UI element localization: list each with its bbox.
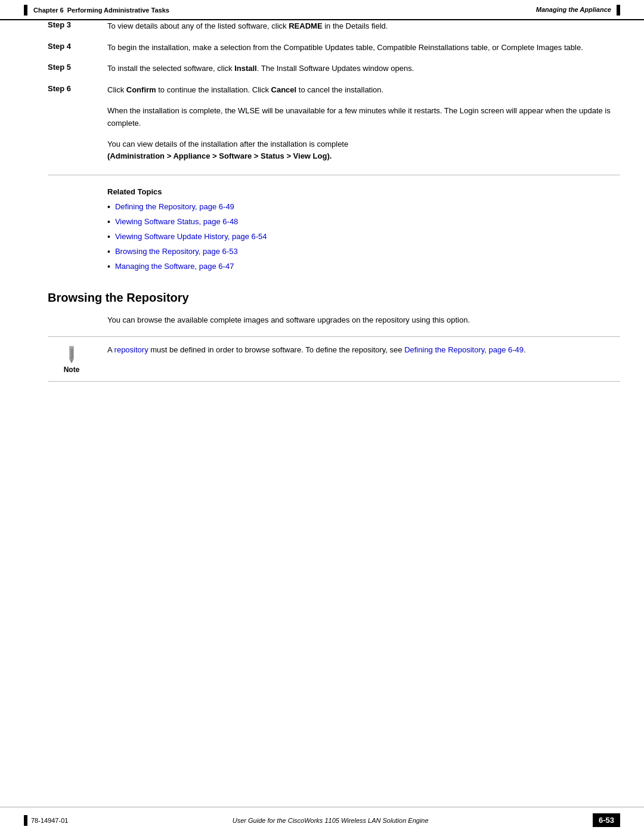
page-footer: 78-14947-01 User Guide for the CiscoWork… (0, 807, 644, 833)
para-1: When the installation is complete, the W… (107, 105, 620, 130)
page-wrapper: Chapter 6 Performing Administrative Task… (0, 0, 644, 833)
header-right-bar (617, 5, 620, 16)
note-text-end: . (524, 345, 526, 354)
step-6-text-before: Click (107, 85, 126, 94)
section-heading: Browsing the Repository (48, 291, 620, 305)
step-3-content: To view details about any of the listed … (107, 20, 620, 32)
related-topics-list: • Defining the Repository, page 6-49 • V… (107, 201, 620, 273)
note-link-1[interactable]: repository (114, 345, 148, 354)
note-link-2[interactable]: Defining the Repository, page 6-49 (404, 345, 524, 354)
step-6-row: Step 6 Click Confirm to continue the ins… (48, 84, 620, 96)
related-topic-link-1[interactable]: Defining the Repository, page 6-49 (115, 201, 234, 213)
managing-appliance-text: Managing the Appliance (536, 6, 611, 13)
step-5-row: Step 5 To install the selected software,… (48, 63, 620, 75)
step-3-text-after: in the Details field. (323, 21, 388, 30)
step-6-bold2: Cancel (271, 85, 297, 94)
svg-rect-3 (70, 348, 71, 358)
chapter-label: Chapter 6 (33, 7, 64, 14)
page-header: Chapter 6 Performing Administrative Task… (0, 0, 644, 20)
footer-bar (24, 815, 27, 826)
step-4-label: Step 4 (48, 42, 107, 54)
bullet-1: • (107, 201, 110, 213)
bullet-3: • (107, 231, 110, 243)
note-icon-area: Note (48, 344, 95, 374)
step-4-row: Step 4 To begin the installation, make a… (48, 42, 620, 54)
related-topic-item-2: • Viewing Software Status, page 6-48 (107, 216, 620, 228)
step-5-content: To install the selected software, click … (107, 63, 620, 75)
related-topic-link-5[interactable]: Managing the Software, page 6-47 (115, 261, 234, 272)
bold-path: (Administration > Appliance > Software >… (107, 151, 332, 160)
related-topic-item-5: • Managing the Software, page 6-47 (107, 261, 620, 273)
note-section: Note A repository must be defined in ord… (48, 336, 620, 382)
step-6-text-middle: to continue the installation. Click (156, 85, 271, 94)
main-content: Step 3 To view details about any of the … (0, 20, 644, 382)
footer-left: 78-14947-01 (24, 815, 68, 826)
divider-1 (48, 175, 620, 175)
para-2-text: You can view details of the installation… (107, 140, 348, 148)
bullet-5: • (107, 261, 110, 273)
header-bar-indicator (24, 5, 27, 16)
related-topics-section: Related Topics • Defining the Repository… (107, 187, 620, 273)
related-topics-title: Related Topics (107, 187, 620, 196)
related-topic-item-4: • Browsing the Repository, page 6-53 (107, 246, 620, 258)
svg-rect-2 (69, 346, 73, 349)
para-2: You can view details of the installation… (107, 138, 620, 163)
section-para: You can browse the available complete im… (107, 314, 620, 327)
svg-marker-1 (69, 359, 73, 363)
note-content: A repository must be defined in order to… (107, 344, 620, 357)
related-topic-link-4[interactable]: Browsing the Repository, page 6-53 (115, 246, 238, 258)
bullet-4: • (107, 246, 110, 258)
note-text-middle: must be defined in order to browse softw… (148, 345, 404, 354)
footer-doc-num: 78-14947-01 (31, 817, 68, 824)
related-topic-link-3[interactable]: Viewing Software Update History, page 6-… (115, 231, 267, 243)
step-5-bold: Install (234, 64, 257, 73)
related-topic-link-2[interactable]: Viewing Software Status, page 6-48 (115, 216, 238, 228)
note-text-before-link: A (107, 345, 114, 354)
bullet-2: • (107, 216, 110, 228)
related-topic-item-3: • Viewing Software Update History, page … (107, 231, 620, 243)
step-5-text-before: To install the selected software, click (107, 64, 234, 73)
related-topic-item-1: • Defining the Repository, page 6-49 (107, 201, 620, 213)
footer-page-num: 6-53 (593, 813, 620, 827)
step-6-bold1: Confirm (126, 85, 156, 94)
step-3-label: Step 3 (48, 20, 107, 32)
step-5-text-after: . The Install Software Updates window op… (257, 64, 414, 73)
step-3-row: Step 3 To view details about any of the … (48, 20, 620, 32)
note-label: Note (64, 366, 80, 374)
step-5-label: Step 5 (48, 63, 107, 75)
footer-center-text: User Guide for the CiscoWorks 1105 Wirel… (233, 817, 429, 824)
step-4-content: To begin the installation, make a select… (107, 42, 620, 54)
step-6-label: Step 6 (48, 84, 107, 96)
chapter-title: Performing Administrative Tasks (67, 7, 169, 14)
step-3-bold: README (289, 21, 322, 30)
header-left: Chapter 6 Performing Administrative Task… (24, 5, 169, 16)
pencil-icon (61, 344, 82, 366)
step-6-text-after: to cancel the installation. (296, 85, 383, 94)
step-3-text-before: To view details about any of the listed … (107, 21, 289, 30)
step-6-content: Click Confirm to continue the installati… (107, 84, 620, 96)
header-right: Managing the Appliance (536, 5, 620, 16)
